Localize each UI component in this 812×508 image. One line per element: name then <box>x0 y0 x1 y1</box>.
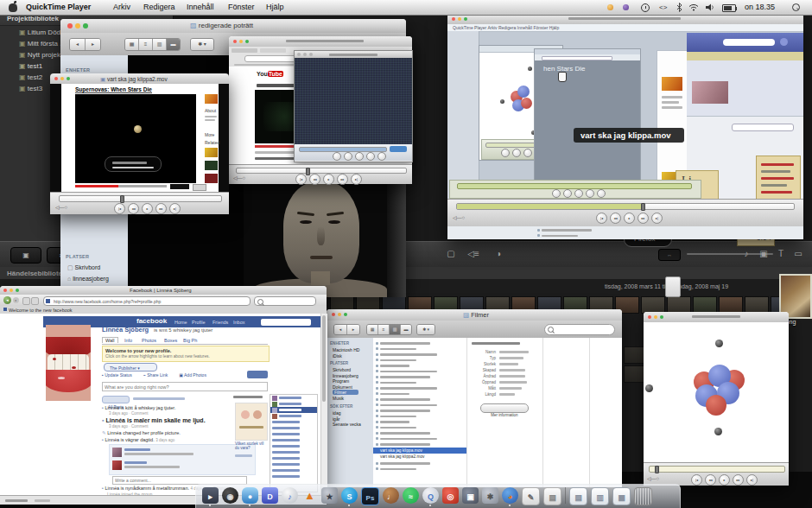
wifi-icon[interactable] <box>688 3 699 11</box>
dock-icon-front-row[interactable]: ▸ <box>202 487 219 504</box>
dock-icon-spotify[interactable]: ≈ <box>403 487 419 504</box>
play-button[interactable]: ▸ <box>323 174 334 185</box>
view-switcher[interactable]: ▦≡▥▬ <box>366 324 412 335</box>
publisher-pill[interactable]: The Publisher ▾ <box>104 363 157 371</box>
url-input[interactable] <box>52 297 245 306</box>
zoom-button[interactable] <box>245 40 249 43</box>
icon-view-button[interactable]: ▦ <box>367 325 378 334</box>
coverflow-view-button[interactable]: ▬ <box>167 39 180 50</box>
commenter-avatar[interactable] <box>112 460 122 470</box>
close-button[interactable] <box>648 315 651 319</box>
step-forward-button[interactable] <box>377 152 386 161</box>
volume-control[interactable]: ◁—○ <box>55 204 67 210</box>
facebook-logo[interactable]: facebook <box>136 317 167 325</box>
dock-icon-skype[interactable]: S <box>341 487 358 504</box>
menu-arkiv[interactable]: Arkiv <box>113 3 130 11</box>
friend-row[interactable] <box>270 443 317 449</box>
titles-browser-button[interactable]: T <box>774 246 788 262</box>
sidebar-item-macintosh-hd[interactable]: Macintosh HD <box>333 347 359 352</box>
step-forward-button[interactable]: ▸| <box>746 474 758 486</box>
transport-controls[interactable]: |◂ ◂◂ ▸ ▸▸ ▸| <box>596 213 663 224</box>
dock-icon-system-preferences[interactable]: ✱ <box>482 487 498 504</box>
thumb-size-button[interactable]: ↔ <box>658 249 681 261</box>
finder-portraits-titlebar[interactable]: ▨ redigerade poträtt <box>60 19 406 34</box>
close-button[interactable] <box>452 17 455 21</box>
friend-row[interactable] <box>270 395 317 401</box>
overlay-progress[interactable] <box>112 167 154 168</box>
nav-inbox[interactable]: Inbox <box>233 320 244 325</box>
tab-photos[interactable]: Photos <box>142 338 156 343</box>
transport-controls[interactable]: |◂ ◂◂ ▸ ▸▸ ▸| <box>114 203 181 214</box>
project-item[interactable]: ▣ Nytt projekt <box>19 51 62 59</box>
inner-done-button[interactable] <box>390 146 407 152</box>
time-machine-icon[interactable] <box>623 4 629 10</box>
event-clip-thumbnail[interactable] <box>693 296 717 314</box>
file-row[interactable] <box>376 467 464 473</box>
dock-icon-photo-booth[interactable]: ▣ <box>462 487 479 504</box>
fast-forward-button[interactable]: ▸▸ <box>155 203 167 214</box>
dock-stack-applications[interactable]: ▦ <box>612 487 631 505</box>
sidebar-section-related[interactable]: Related <box>205 140 219 145</box>
header-search-box[interactable] <box>261 319 311 326</box>
dock-icon-dashboard[interactable]: ◉ <box>222 487 238 504</box>
back-button[interactable]: ◂ <box>334 325 347 334</box>
qt-youtube-window[interactable]: YouTube <box>229 36 412 183</box>
tab-wall[interactable]: Wall <box>102 337 118 343</box>
sidebar-item-skrivbord[interactable]: Skrivbord <box>333 367 351 372</box>
list-view-button[interactable]: ≡ <box>139 39 153 50</box>
atom-video-area[interactable] <box>644 322 789 462</box>
feed-item-meta[interactable]: 3 days ago · Comment <box>109 411 149 416</box>
browser-tab[interactable] <box>260 48 286 53</box>
firefox-facebook-window[interactable]: Facebook | Linnéa Sjöberg ◂ ▸ Welcome to… <box>0 286 327 504</box>
sidebar-item-skrivbord[interactable]: ▢ Skrivbord <box>67 264 100 271</box>
zoom-button[interactable] <box>67 77 70 80</box>
more-info-button[interactable]: Mer information <box>480 403 529 413</box>
sidebar-item-senaste-vecka[interactable]: Senaste vecka <box>333 422 361 427</box>
sidebar-item-home[interactable]: ⌂ linneasjoberg <box>67 276 109 282</box>
photo-browser-button[interactable]: ▣ <box>757 246 771 262</box>
event-clip-thumbnail[interactable] <box>745 296 769 314</box>
window-controls[interactable] <box>233 40 249 43</box>
nav-friends[interactable]: Friends <box>213 320 228 325</box>
audio-tool-button[interactable]: ◁≡ <box>465 246 482 262</box>
transport-controls[interactable]: |◂ ◂◂ ▸ ▸▸ ▸| <box>691 474 758 486</box>
minimize-button[interactable] <box>10 289 13 292</box>
view-switcher[interactable]: ▦≡▥▬ <box>124 38 181 51</box>
friend-row[interactable] <box>270 449 317 455</box>
playhead[interactable] <box>120 195 124 203</box>
rewind-button[interactable]: ◂◂ <box>309 174 320 185</box>
overlay-buttons[interactable] <box>112 162 147 164</box>
dock-icon-toast[interactable]: ◎ <box>442 487 459 504</box>
project-item[interactable]: ▣ test2 <box>19 73 42 81</box>
youtube-logo[interactable]: YouTube <box>257 71 283 77</box>
step-forward-button[interactable]: ▸| <box>169 203 181 214</box>
sidebar-thumb-4[interactable] <box>205 174 218 183</box>
close-button[interactable] <box>67 23 73 29</box>
sidebar-item-home[interactable]: linneasjoberg <box>333 373 358 378</box>
timeline[interactable] <box>456 203 795 210</box>
friend-row[interactable] <box>270 431 317 437</box>
window-controls[interactable] <box>297 53 313 56</box>
list-view-button[interactable]: ≡ <box>378 325 390 334</box>
play-button[interactable] <box>355 152 364 161</box>
friend-row[interactable] <box>270 401 317 407</box>
window-controls[interactable] <box>3 289 19 292</box>
browser-tab-label[interactable]: Welcome to the new facebook <box>9 308 73 313</box>
camera-import-button[interactable]: ▣ <box>10 247 41 264</box>
dock-icon-imovie[interactable]: ★ <box>321 487 338 504</box>
close-button[interactable] <box>332 313 335 316</box>
reload-button[interactable] <box>22 297 30 305</box>
friend-row[interactable] <box>270 419 317 425</box>
supernova-video[interactable] <box>75 94 196 183</box>
minimize-button[interactable] <box>654 315 657 319</box>
project-item[interactable]: ▣ test3 <box>19 85 42 92</box>
tab-info[interactable]: Info <box>124 338 132 343</box>
bluetooth-icon[interactable] <box>676 3 682 12</box>
share-link-button[interactable]: ⌁ Share Link <box>143 372 168 378</box>
qt-supernova-window[interactable]: ▣ vart ska jag klippa2.mov Supernovas: W… <box>50 73 229 213</box>
update-status-button[interactable]: ▪ Update Status <box>102 372 132 378</box>
rewind-button[interactable] <box>344 152 352 161</box>
sidebar-thumb-1[interactable] <box>205 94 218 104</box>
step-back-button[interactable]: |◂ <box>596 213 607 224</box>
post-button[interactable]: Post <box>247 371 268 378</box>
